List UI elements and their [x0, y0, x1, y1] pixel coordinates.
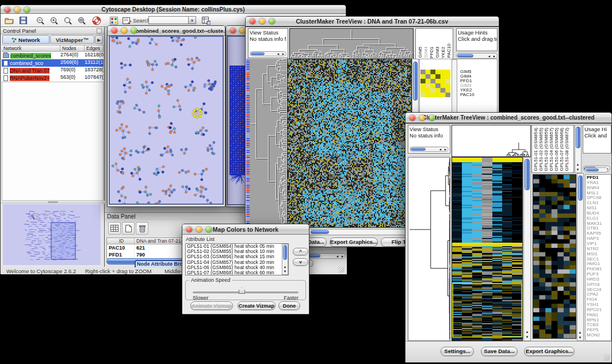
network-list-item[interactable]: combined_sco2569(6)13112(15) [2, 59, 104, 67]
tv1-column-dendrogram[interactable] [289, 28, 414, 60]
tv1-usage-hscrollbar[interactable]: ◄► [456, 53, 498, 59]
settings-button[interactable]: Settings... [441, 347, 474, 356]
main-titlebar[interactable]: Cytoscape Desktop (Session Name: collins… [1, 5, 346, 14]
zoom-window-icon[interactable] [131, 28, 137, 33]
network-list-item[interactable]: RNAPuberNov2+563(0)107847(0) [2, 74, 104, 82]
export-graphics-button[interactable]: Export Graphics... [524, 347, 575, 356]
tv1-column-labels[interactable]: GIM5GIM4PFD1GIM3YKE2PAC10 [415, 28, 453, 60]
attribute-list[interactable]: GPL51-01 (GSM854) heat shock 05 minGPL51… [185, 243, 289, 275]
attribute-list-item[interactable]: GPL51-07 (GSM868) heat shock 60 min [186, 270, 288, 275]
search-input[interactable] [148, 16, 189, 24]
close-icon[interactable] [230, 28, 236, 33]
column-label[interactable]: GPL51-01 (GSM854) [533, 128, 538, 171]
tv2-global-heatmap[interactable] [452, 157, 523, 341]
col-nodes[interactable]: Nodes [60, 45, 85, 52]
close-icon[interactable] [250, 18, 255, 24]
tv1-titlebar[interactable]: ClusterMaker TreeView : DNA and Tran 07-… [246, 17, 499, 26]
network-list-item[interactable]: DNA and Tran 07769(0)183728(0) [2, 67, 104, 74]
tv2-row-dendrogram[interactable] [408, 157, 450, 341]
column-label[interactable]: PFD1 [429, 47, 434, 58]
speed-slider-thumb[interactable] [239, 288, 245, 294]
col-edges[interactable]: Edges [85, 45, 104, 52]
view-status-hscrollbar[interactable]: ◄► [250, 51, 286, 56]
resize-grip[interactable] [603, 354, 610, 361]
column-label[interactable]: PAC10 [446, 44, 452, 58]
float-panel-icon[interactable] [97, 28, 102, 33]
tv1-row-dendrogram[interactable] [250, 59, 286, 227]
view-status-hscrollbar[interactable]: ◄► [410, 147, 449, 152]
row-label[interactable]: PAC10 [460, 93, 475, 97]
panel-splitter[interactable] [1, 201, 105, 204]
column-label[interactable]: GIM5 [418, 47, 423, 58]
network-titlebar[interactable]: combined_scores_good.txt--cluste... [108, 26, 225, 36]
new-attribute-icon[interactable] [122, 222, 135, 235]
column-label[interactable]: GPL51-03 (GSM856) [544, 128, 549, 171]
tv1-row-labels[interactable]: GIM5GIM4PFD1GIM3YKE2PAC10 [460, 70, 475, 97]
side-hscrollbar[interactable]: ◄► [304, 253, 346, 259]
resize-grip[interactable] [338, 266, 345, 273]
window-controls[interactable] [5, 7, 30, 13]
zoom-window-icon[interactable] [206, 227, 212, 232]
tv2-titlebar[interactable]: ClusterMaker TreeView : combined_scores_… [406, 113, 611, 123]
attribute-list-vscrollbar[interactable]: ▲▼ [282, 244, 288, 275]
create-vizmap-button[interactable]: Create Vizmap [238, 301, 276, 310]
close-icon[interactable] [112, 28, 117, 33]
help-lifesaver-icon[interactable] [91, 16, 102, 25]
close-icon[interactable] [410, 115, 415, 121]
delete-attribute-trash-icon[interactable] [136, 222, 148, 235]
done-button[interactable]: Done [278, 301, 300, 310]
column-label[interactable]: YKE2 [441, 47, 446, 58]
birdseye-overview[interactable] [3, 204, 101, 265]
attribute-table-icon[interactable] [201, 16, 211, 25]
speed-slider-track[interactable] [193, 292, 299, 293]
tv2-gene-labels-panel[interactable]: PFD1YRA1RNR4MSL1SPC98CLN1NIS1BUD4ELG1MAK… [585, 174, 611, 341]
tv2-zoom-vscrollbar[interactable]: ▲▼ [577, 173, 584, 341]
tv2-column-labels[interactable]: GPL51-01 (GSM854)GPL51-02 (GSM855)GPL51-… [531, 125, 574, 173]
minimize-icon[interactable] [196, 227, 202, 232]
zoom-window-icon[interactable] [269, 18, 275, 24]
tv2-heatmap-vscrollbar[interactable]: ▲▼ [523, 157, 531, 341]
attribute-select-icon[interactable] [108, 222, 121, 235]
zoom-out-icon[interactable] [35, 16, 45, 25]
column-label[interactable]: GIM4 [423, 47, 429, 58]
tab-overflow-arrow[interactable]: ▶ [95, 35, 103, 44]
save-icon[interactable] [18, 16, 28, 25]
tv2-zoom-heatmap[interactable] [533, 174, 576, 339]
gene-list-hscrollbar[interactable] [585, 167, 608, 173]
column-label[interactable]: GIM3 [435, 47, 440, 58]
column-label[interactable]: GPL51-02 (GSM855) [538, 128, 544, 171]
zoom-selected-icon[interactable] [76, 16, 87, 25]
column-label[interactable]: GPL51-06 (GSM865) [554, 128, 559, 171]
export-graphics-button[interactable]: Export Graphics... [330, 237, 378, 247]
vizmapper-grid-icon[interactable] [109, 16, 119, 25]
tv1-global-heatmap[interactable] [287, 59, 412, 228]
tab-network[interactable]: Network [2, 35, 49, 44]
move-up-button[interactable]: ^ [293, 248, 308, 255]
save-data-button[interactable]: Save Data... [481, 347, 518, 356]
minimize-icon[interactable] [14, 7, 20, 13]
id-column-header[interactable]: ID [107, 238, 135, 244]
minimize-icon[interactable] [121, 28, 127, 33]
close-icon[interactable] [5, 7, 10, 13]
zoom-in-icon[interactable] [49, 16, 59, 25]
column-label[interactable]: GPL51-04 (GSM857) [549, 128, 554, 171]
tv2-collabels-vscrollbar[interactable]: ▲▼ [575, 125, 582, 173]
gene-label[interactable]: MON2 [587, 333, 611, 338]
animate-vizmap-button[interactable]: Animate Vizmap [190, 301, 233, 310]
tv1-zoom-heatmap[interactable] [420, 70, 450, 97]
annotation-form-icon[interactable] [121, 16, 132, 25]
move-down-button[interactable]: v [293, 258, 308, 266]
network-canvas[interactable] [109, 36, 224, 205]
minimize-icon[interactable] [419, 115, 425, 121]
dialog-titlebar[interactable]: Map Colors to Network [182, 224, 309, 235]
column-label[interactable]: GPL51-07 (GSM868) [559, 128, 564, 171]
zoom-window-icon[interactable] [429, 115, 435, 121]
zoom-window-icon[interactable] [24, 7, 30, 13]
search-dropdown-icon[interactable]: ▼ [189, 16, 196, 24]
column-label[interactable]: GPL51-08 (GSM872) [564, 128, 569, 171]
close-icon[interactable] [186, 227, 192, 232]
zoom-fit-icon[interactable] [63, 16, 73, 25]
tab-vizmapper[interactable]: VizMapper™ [50, 35, 94, 44]
minimize-icon[interactable] [259, 18, 265, 24]
open-folder-icon[interactable] [4, 16, 14, 25]
